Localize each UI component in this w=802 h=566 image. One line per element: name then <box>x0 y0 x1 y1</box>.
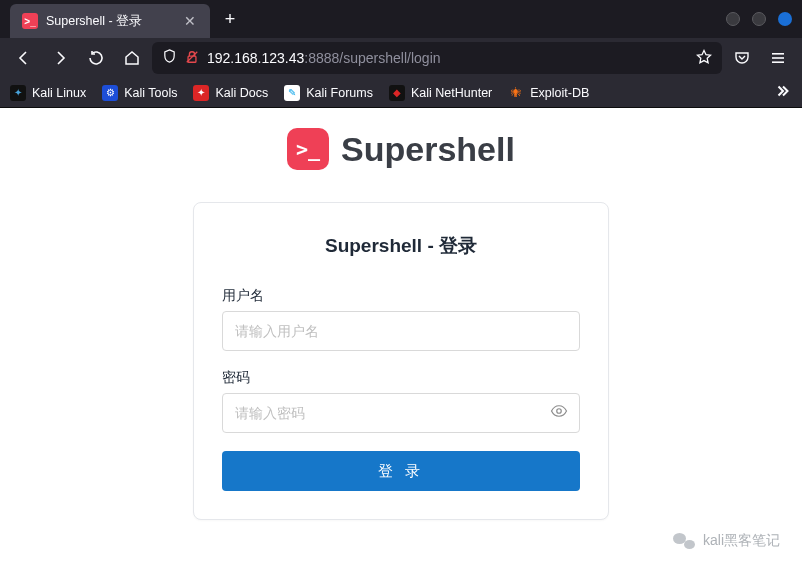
bookmarks-bar: ✦ Kali Linux ⚙ Kali Tools ✦ Kali Docs ✎ … <box>0 78 802 108</box>
bookmark-exploit-db[interactable]: 🕷 Exploit-DB <box>508 85 589 101</box>
app-logo: >_ Supershell <box>0 128 802 170</box>
bookmark-favicon-icon: ✎ <box>284 85 300 101</box>
bookmark-label: Kali Forums <box>306 86 373 100</box>
bookmark-favicon-icon: ✦ <box>10 85 26 101</box>
bookmark-label: Kali NetHunter <box>411 86 492 100</box>
wechat-icon <box>673 530 695 552</box>
home-button[interactable] <box>116 42 148 74</box>
forward-button[interactable] <box>44 42 76 74</box>
tab-favicon-icon: >_ <box>22 13 38 29</box>
maximize-icon[interactable] <box>752 12 766 26</box>
nav-toolbar: 192.168.123.43:8888/supershell/login <box>0 38 802 78</box>
watermark-text: kali黑客笔记 <box>703 532 780 550</box>
bookmark-star-icon[interactable] <box>696 49 712 68</box>
bookmark-kali-docs[interactable]: ✦ Kali Docs <box>193 85 268 101</box>
svg-rect-4 <box>772 61 784 63</box>
password-label: 密码 <box>222 369 580 387</box>
bookmark-kali-linux[interactable]: ✦ Kali Linux <box>10 85 86 101</box>
bookmark-label: Kali Linux <box>32 86 86 100</box>
page-viewport: >_ Supershell Supershell - 登录 用户名 密码 登 录 <box>0 108 802 566</box>
bookmark-kali-tools[interactable]: ⚙ Kali Tools <box>102 85 177 101</box>
url-text: 192.168.123.43:8888/supershell/login <box>207 50 441 66</box>
login-card: Supershell - 登录 用户名 密码 登 录 <box>193 202 609 520</box>
reload-button[interactable] <box>80 42 112 74</box>
bookmark-label: Exploit-DB <box>530 86 589 100</box>
logo-text: Supershell <box>341 130 515 169</box>
bookmark-favicon-icon: 🕷 <box>508 85 524 101</box>
bookmark-favicon-icon: ◆ <box>389 85 405 101</box>
login-title: Supershell - 登录 <box>222 233 580 259</box>
tab-title: Supershell - 登录 <box>46 13 142 30</box>
bookmark-favicon-icon: ⚙ <box>102 85 118 101</box>
username-label: 用户名 <box>222 287 580 305</box>
svg-rect-2 <box>772 53 784 55</box>
new-tab-button[interactable]: + <box>216 5 244 33</box>
password-input[interactable] <box>222 393 580 433</box>
username-input[interactable] <box>222 311 580 351</box>
watermark: kali黑客笔记 <box>673 530 780 552</box>
close-tab-icon[interactable]: ✕ <box>182 13 198 29</box>
window-controls <box>726 12 792 26</box>
lock-icon[interactable] <box>185 50 199 67</box>
toggle-password-visibility-icon[interactable] <box>550 402 568 424</box>
url-host: 192.168.123.43 <box>207 50 304 66</box>
back-button[interactable] <box>8 42 40 74</box>
bookmark-label: Kali Docs <box>215 86 268 100</box>
logo-badge-icon: >_ <box>287 128 329 170</box>
login-button[interactable]: 登 录 <box>222 451 580 491</box>
bookmark-kali-nethunter[interactable]: ◆ Kali NetHunter <box>389 85 492 101</box>
menu-icon[interactable] <box>762 42 794 74</box>
pocket-icon[interactable] <box>726 42 758 74</box>
svg-point-5 <box>557 409 562 414</box>
bookmark-kali-forums[interactable]: ✎ Kali Forums <box>284 85 373 101</box>
bookmark-label: Kali Tools <box>124 86 177 100</box>
shield-icon[interactable] <box>162 49 177 67</box>
bookmarks-overflow-icon[interactable] <box>774 82 792 104</box>
minimize-icon[interactable] <box>726 12 740 26</box>
browser-tab[interactable]: >_ Supershell - 登录 ✕ <box>10 4 210 38</box>
title-bar: >_ Supershell - 登录 ✕ + <box>0 0 802 38</box>
svg-rect-3 <box>772 57 784 59</box>
close-window-icon[interactable] <box>778 12 792 26</box>
url-path: :8888/supershell/login <box>304 50 440 66</box>
bookmark-favicon-icon: ✦ <box>193 85 209 101</box>
address-bar[interactable]: 192.168.123.43:8888/supershell/login <box>152 42 722 74</box>
